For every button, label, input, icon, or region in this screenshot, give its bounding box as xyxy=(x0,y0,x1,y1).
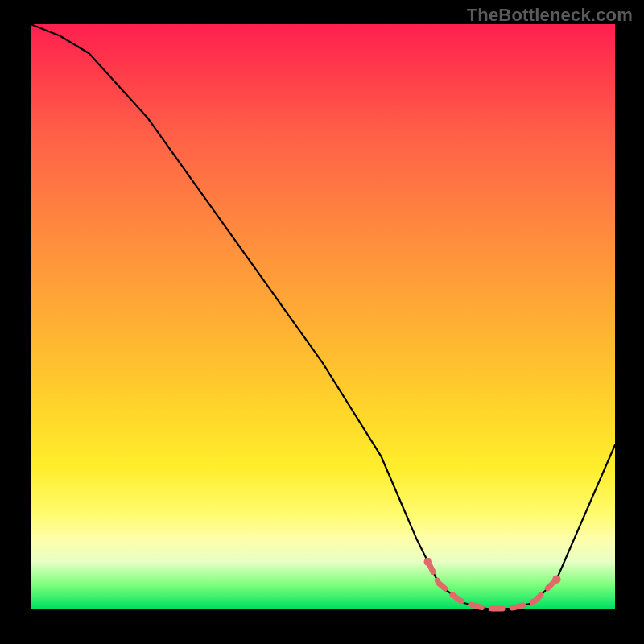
optimal-range-highlight xyxy=(428,562,557,609)
watermark-text: TheBottleneck.com xyxy=(467,5,633,26)
highlight-dot xyxy=(552,576,560,584)
bottleneck-curve xyxy=(31,24,615,609)
highlight-endpoints xyxy=(424,558,561,584)
highlight-dot xyxy=(424,558,432,566)
chart-root: { "watermark": "TheBottleneck.com", "cha… xyxy=(0,0,644,644)
plot-frame xyxy=(31,24,615,609)
chart-svg xyxy=(31,24,615,609)
